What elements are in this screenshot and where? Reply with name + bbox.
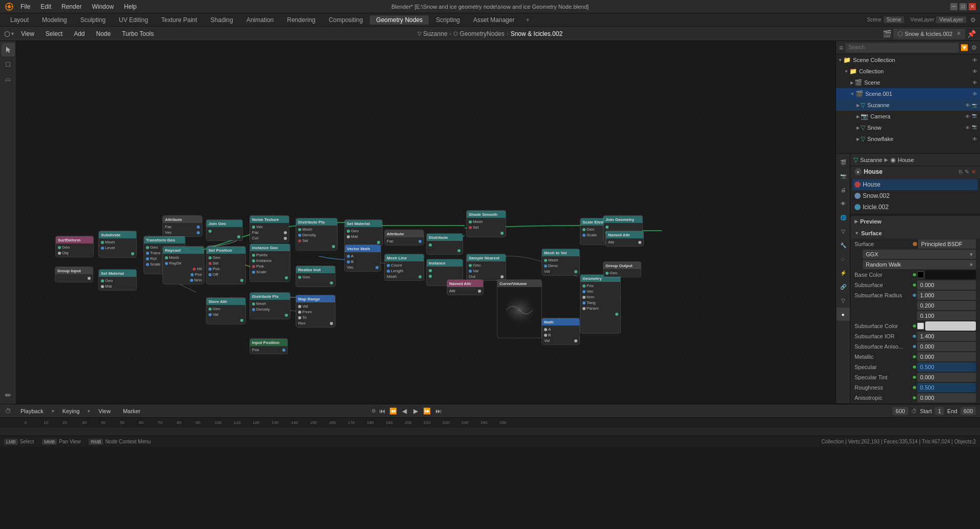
prev-frame-btn[interactable]: ⏪ — [388, 406, 399, 416]
sub-color-swatch[interactable] — [917, 322, 924, 330]
sub-radius-1[interactable]: 1.000 — [917, 291, 976, 300]
sub-color-value[interactable] — [925, 321, 976, 331]
view-layer-selector[interactable]: ViewLayer — [936, 16, 966, 23]
snow-restrict-icon[interactable]: 📷 — [972, 125, 978, 131]
base-color-value[interactable] — [925, 270, 976, 279]
eye-icon-1[interactable]: 👁 — [972, 57, 978, 63]
camera-restrict-icon[interactable]: 📷 — [972, 102, 978, 108]
outliner-scene-collection[interactable]: 📁 Scene Collection 👁 — [836, 54, 980, 66]
subsurface-method-value[interactable]: Random Walk ▾ — [863, 260, 976, 269]
outliner-camera[interactable]: 📷 Camera 👁 📷 — [836, 111, 980, 122]
distribution-value[interactable]: GGX ▾ — [863, 250, 976, 259]
node-noise[interactable]: Noise Texture Vec Fac Col — [249, 215, 289, 242]
mat-snow[interactable]: Snow.002 — [852, 190, 978, 201]
props-output-icon[interactable]: 🖨 — [837, 183, 850, 196]
add-workspace-button[interactable]: + — [522, 15, 533, 25]
props-physics-icon[interactable]: ⚡ — [837, 266, 850, 279]
play-btn[interactable]: ▶ — [411, 406, 421, 416]
props-particles-icon[interactable]: ·:· — [837, 252, 850, 266]
close-button[interactable]: ✕ — [969, 3, 976, 10]
props-constraints-icon[interactable]: 🔗 — [837, 280, 850, 293]
props-material-icon[interactable]: ● — [837, 308, 850, 321]
node-store-attr[interactable]: Store Attr Geo Val — [206, 297, 246, 324]
start-frame-input[interactable]: 1 — [935, 407, 944, 415]
node-shade-smooth[interactable]: Shade Smooth Mesh Sel — [466, 210, 506, 237]
sub-radius-3[interactable]: 0.100 — [917, 311, 976, 320]
outliner-filter-icon[interactable]: 🔽 — [961, 44, 968, 51]
breadcrumb-node-group[interactable]: ⬡ GeometryNodes — [453, 30, 504, 37]
roughness-value[interactable]: 0.500 — [917, 383, 976, 392]
tab-geometry-nodes[interactable]: Geometry Nodes — [370, 15, 429, 25]
tab-layout[interactable]: Layout — [4, 15, 35, 25]
node-vec-math-1[interactable]: Vector Math A B Vec — [344, 245, 381, 272]
menu-render[interactable]: Render — [57, 2, 86, 11]
base-color-swatch[interactable] — [917, 271, 924, 278]
node-mesh-to-vol[interactable]: Mesh to Vol Mesh Dens Vol — [541, 249, 580, 276]
breadcrumb-object[interactable]: ▽ Suzanne — [418, 30, 447, 37]
tab-texture-paint[interactable]: Texture Paint — [155, 15, 203, 25]
render-engine-icon[interactable]: ⚙ — [970, 16, 976, 24]
timeline-marker[interactable]: Marker — [119, 407, 144, 415]
jump-end-btn[interactable]: ⏭ — [433, 406, 444, 416]
select-tool-icon[interactable] — [2, 43, 15, 56]
node-distribute-pts[interactable]: Distribute Pts Mesh Density — [249, 292, 290, 319]
timeline-ruler[interactable]: 0 10 20 30 40 50 60 70 80 90 100 110 120… — [0, 418, 980, 427]
mat-house[interactable]: House — [852, 179, 978, 190]
sub-radius-2[interactable]: 0.200 — [917, 301, 976, 310]
sync-icon[interactable]: ⚙ — [371, 408, 376, 414]
subsurface-value[interactable]: 0.000 — [917, 280, 976, 290]
tab-animation[interactable]: Animation — [240, 15, 280, 25]
props-scene-icon[interactable]: 🎬 — [837, 155, 850, 169]
scene-selector[interactable]: Scene — [884, 16, 904, 23]
specular-value[interactable]: 0.500 — [917, 362, 976, 372]
cam-restrict-icon[interactable]: 📷 — [972, 113, 978, 119]
file-close-button[interactable]: ✕ — [956, 30, 961, 37]
jump-start-btn[interactable]: ⏮ — [377, 406, 387, 416]
timeline-view[interactable]: View — [94, 407, 115, 415]
mat-icicle[interactable]: Icicle.002 — [852, 201, 978, 213]
eye-icon-7[interactable]: 👁 — [965, 125, 971, 131]
preview-section-header[interactable]: ▶ Preview — [850, 216, 980, 227]
spec-tint-value[interactable]: 0.000 — [917, 373, 976, 382]
copy-material-icon[interactable]: ⎘ — [959, 169, 963, 175]
node-curve-preview[interactable]: Curve/Volume — [497, 279, 542, 338]
play-reverse-btn[interactable]: ◀ — [400, 406, 410, 416]
tab-uv-editing[interactable]: UV Editing — [113, 15, 154, 25]
eye-icon-6[interactable]: 👁 — [965, 113, 971, 119]
aniso-value[interactable]: 0.000 — [917, 393, 976, 402]
node-collision[interactable]: Geometry Pos Vec Nrm Tang Param — [580, 274, 621, 334]
surface-type-value[interactable]: Principled BSDF — [918, 239, 976, 249]
maximize-button[interactable]: □ — [960, 3, 967, 10]
delete-material-icon[interactable]: ✕ — [971, 169, 976, 175]
props-render-icon[interactable]: 📷 — [837, 169, 850, 182]
eye-icon-2[interactable]: 👁 — [972, 68, 978, 74]
node-distribute-face[interactable]: Distribute Pts Mesh Density Sel — [296, 218, 338, 251]
node-set-material[interactable]: Set Material Geo Mat — [98, 269, 137, 291]
node-distribute-2[interactable]: Distribute — [426, 233, 463, 255]
node-instance-geo[interactable]: Instance Geo Points Instance Pick Scale — [249, 243, 290, 282]
menu-add[interactable]: Add — [70, 29, 89, 38]
timeline-playback[interactable]: Playback — [16, 407, 48, 415]
tab-asset-manager[interactable]: Asset Manager — [467, 15, 521, 25]
menu-turbo-tools[interactable]: Turbo Tools — [118, 29, 158, 38]
eye-icon-4[interactable]: 👁 — [972, 91, 978, 97]
node-join-geo[interactable]: Join Geo — [206, 219, 243, 241]
tab-modeling[interactable]: Modeling — [36, 15, 73, 25]
sub-ior-value[interactable]: 1.400 — [917, 332, 976, 341]
menu-help[interactable]: Help — [120, 2, 141, 11]
outliner-collection[interactable]: 📁 Collection 👁 — [836, 66, 980, 77]
edit-material-icon[interactable]: ✎ — [965, 169, 969, 175]
node-map-range[interactable]: Map Range Val From To Res — [296, 295, 336, 328]
props-view-icon[interactable]: 👁 — [837, 197, 850, 210]
node-canvas[interactable]: Group Input SurfDeform Geo Obj Subdivide… — [16, 41, 836, 404]
sub-aniso-value[interactable]: 0.000 — [917, 342, 976, 351]
node-input-pos[interactable]: Input Position Pos — [249, 338, 288, 354]
tab-sculpting[interactable]: Sculpting — [74, 15, 112, 25]
blender-logo[interactable] — [4, 2, 14, 12]
node-surf-deform[interactable]: SurfDeform Geo Obj — [55, 236, 94, 257]
node-named-attr-2[interactable]: Named Attr Attr — [606, 231, 644, 247]
timeline-keying[interactable]: Keying — [58, 407, 84, 415]
menu-select[interactable]: Select — [41, 29, 67, 38]
metallic-value[interactable]: 0.000 — [917, 352, 976, 361]
node-attribute-2[interactable]: Attribute Fac — [384, 230, 424, 246]
